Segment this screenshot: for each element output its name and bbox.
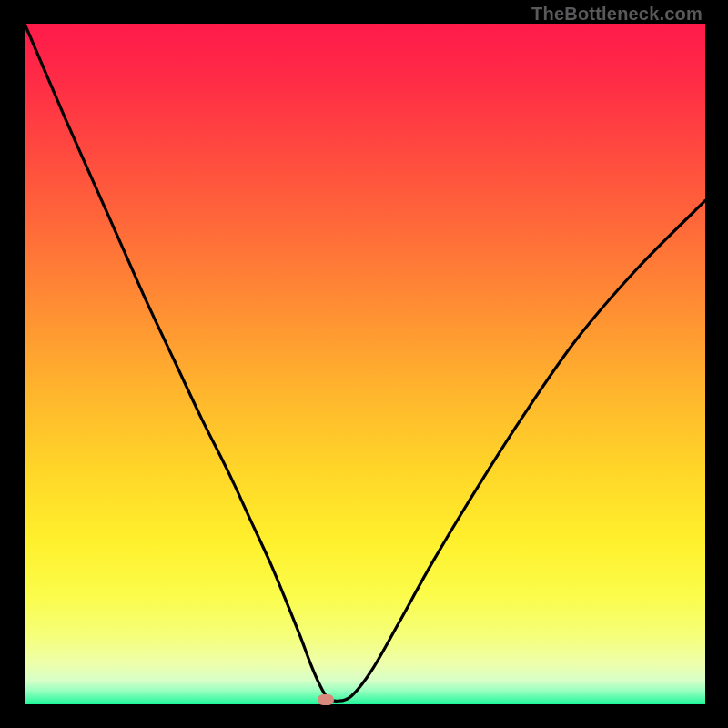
chart-frame: TheBottleneck.com (0, 0, 728, 728)
minimum-marker (318, 694, 334, 705)
watermark-text: TheBottleneck.com (531, 4, 703, 25)
bottleneck-curve (25, 24, 705, 704)
